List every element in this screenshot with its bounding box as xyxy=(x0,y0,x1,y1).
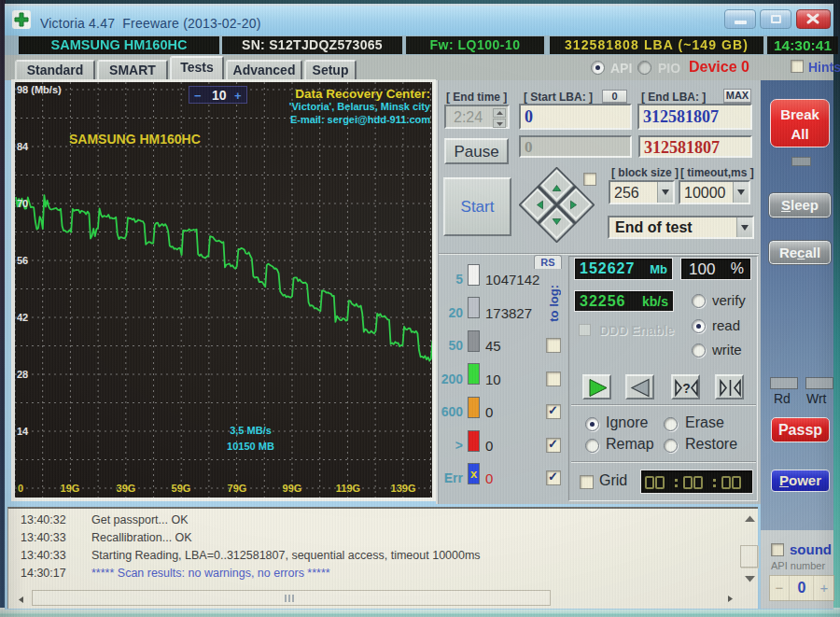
svg-text:59G: 59G xyxy=(172,483,191,494)
svg-text:139G: 139G xyxy=(391,483,416,494)
svg-text:19G: 19G xyxy=(61,483,80,494)
svg-text:84: 84 xyxy=(17,141,29,152)
svg-text:98 (Mb/s): 98 (Mb/s) xyxy=(17,84,62,95)
svg-text:28: 28 xyxy=(17,369,28,380)
svg-text:99G: 99G xyxy=(283,483,302,494)
svg-text:42: 42 xyxy=(17,312,28,323)
svg-text:79G: 79G xyxy=(228,483,247,494)
svg-text:119G: 119G xyxy=(336,483,360,494)
svg-text:0: 0 xyxy=(18,483,23,494)
svg-text:?: ? xyxy=(682,381,691,396)
svg-text:39G: 39G xyxy=(117,483,136,494)
svg-text:14: 14 xyxy=(17,426,29,437)
svg-text:70: 70 xyxy=(17,198,28,209)
svg-text:56: 56 xyxy=(17,255,28,266)
